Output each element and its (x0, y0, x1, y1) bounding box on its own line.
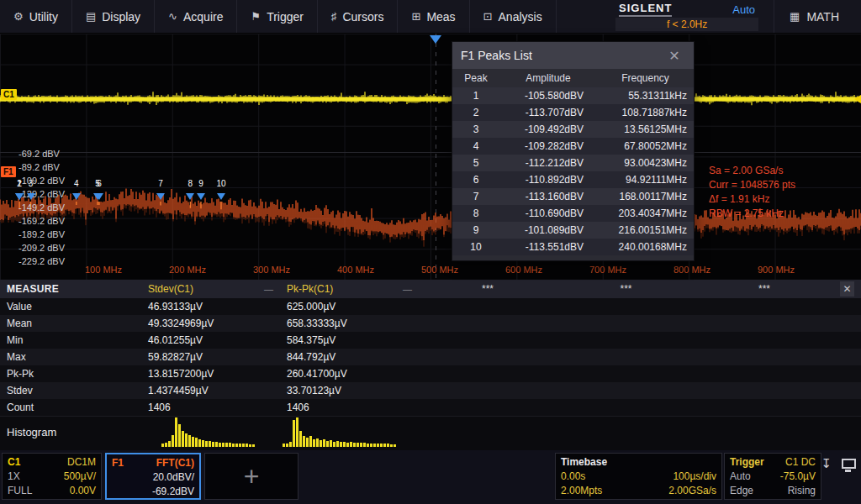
close-icon[interactable]: ✕ (663, 48, 685, 64)
measure-column-header[interactable]: *** (557, 280, 695, 298)
usb-download-icon[interactable]: ↧ (821, 457, 832, 470)
peak-row[interactable]: 3-109.492dBV13.56125MHz (452, 121, 694, 138)
peak-row[interactable]: 9-101.089dBV216.00151MHz (452, 222, 694, 239)
measure-spacer (833, 399, 861, 416)
menu-item-label: Analysis (499, 10, 542, 24)
measure-table: MEASUREStdev(C1)—Pk-Pk(C1)—*********✕Val… (0, 280, 861, 416)
peak-amplitude: -113.707dBV (499, 104, 597, 121)
c1-level-marker-icon[interactable] (854, 95, 861, 103)
trigger-title: Trigger (730, 455, 764, 470)
peak-row[interactable]: 2-113.707dBV108.71887kHz (452, 104, 694, 121)
measure-row-label: Value (0, 298, 141, 315)
measure-row-label: Count (0, 399, 141, 416)
peak-frequency: 13.56125MHz (597, 121, 694, 138)
fft-freq-label: 700 MHz (583, 265, 633, 275)
trigger-flag-icon: ⚑ (251, 10, 261, 23)
menu-item-trigger[interactable]: ⚑Trigger (237, 0, 317, 33)
peak-frequency: 93.00423MHz (597, 155, 694, 171)
c1-coupling: DC1M (67, 455, 96, 470)
measure-value (557, 332, 695, 349)
network-icon[interactable] (842, 459, 856, 469)
peaks-header-peak: Peak (452, 69, 499, 87)
menu-item-acquire[interactable]: ∿Acquire (155, 0, 237, 33)
measure-column-title: *** (620, 283, 631, 295)
histogram-row: Histogram (0, 416, 861, 451)
channel-descriptor-f1[interactable]: F1FFT(C1) 20.0dBV/ -69.2dBV (105, 453, 201, 500)
collapse-dash-icon[interactable]: — (403, 284, 412, 294)
peak-amplitude: -113.551dBV (499, 239, 597, 255)
peak-row[interactable]: 10-113.551dBV240.00168MHz (452, 239, 694, 255)
measure-value: 59.82827µV (141, 349, 280, 365)
trigger-position-marker-icon[interactable] (430, 35, 441, 44)
peak-number: 4 (452, 138, 499, 155)
measure-value (557, 315, 695, 332)
peak-row[interactable]: 1-105.580dBV55.31311kHz (452, 87, 694, 104)
display-icon: ▤ (86, 10, 96, 23)
menu-item-analysis[interactable]: ⊡Analysis (470, 0, 557, 33)
collapse-dash-icon[interactable]: — (264, 284, 273, 294)
measure-column-title: Stdev(C1) (148, 283, 193, 295)
menu-item-meas[interactable]: ⊞Meas (398, 0, 469, 33)
menu-item-display[interactable]: ▤Display (72, 0, 155, 33)
channel-descriptor-c1[interactable]: C1DC1M 1X500µV/ FULL0.00V (2, 453, 102, 500)
menu-item-label: Utility (29, 10, 58, 24)
f1-function: FFT(C1) (156, 456, 194, 470)
c1-label: C1 (8, 455, 20, 470)
peak-frequency: 55.31311kHz (597, 87, 694, 104)
measure-column-header[interactable]: *** (419, 280, 557, 298)
measure-row-label: Pk-Pk (0, 365, 141, 382)
plus-icon: + (244, 463, 260, 490)
measure-column-header[interactable]: *** (695, 280, 833, 298)
measure-value: 844.792µV (280, 349, 419, 365)
peak-frequency: 203.40347MHz (597, 205, 694, 222)
measure-value: 658.33333µV (280, 315, 419, 332)
peak-row[interactable]: 5-112.212dBV93.00423MHz (452, 155, 694, 171)
measure-value (695, 349, 833, 365)
c1-scale: 500µV/ (64, 470, 96, 484)
c1-probe: 1X (8, 470, 20, 484)
measure-column-header[interactable]: Stdev(C1)— (141, 280, 280, 298)
measure-value: 33.70123µV (280, 382, 419, 399)
peak-row[interactable]: 6-110.892dBV94.92111MHz (452, 171, 694, 188)
measure-value (557, 399, 695, 416)
bottom-bar: C1DC1M 1X500µV/ FULL0.00V F1FFT(C1) 20.0… (0, 450, 861, 504)
measure-value (419, 399, 557, 416)
c1-channel-tag[interactable]: C1 (1, 89, 17, 100)
peaks-header-amplitude: Amplitude (499, 69, 597, 87)
measure-row-label: Stdev (0, 382, 141, 399)
measure-close-button[interactable]: ✕ (840, 281, 854, 297)
menu-item-label: Meas (426, 10, 455, 24)
menu-item-cursors[interactable]: ♯Cursors (318, 0, 399, 33)
window-divider (0, 152, 861, 153)
peaks-table-header: Peak Amplitude Frequency (452, 69, 694, 87)
timebase-descriptor[interactable]: Timebase 0.00s100µs/div 2.00Mpts2.00GSa/… (555, 453, 722, 500)
fft-info-line: Curr = 1048576 pts (709, 179, 795, 191)
peak-frequency: 108.71887kHz (597, 104, 694, 121)
math-icon: ▦ (790, 10, 800, 23)
peak-amplitude: -113.160dBV (499, 188, 597, 205)
menu-bar: ⚙Utility▤Display∿Acquire⚑Trigger♯Cursors… (0, 0, 861, 34)
f1-channel-tag[interactable]: F1 (1, 166, 16, 177)
peak-row[interactable]: 4-109.282dBV67.80052MHz (452, 138, 694, 155)
trigger-level: -75.0µV (780, 470, 816, 484)
add-channel-button[interactable]: + (204, 453, 298, 500)
menu-item-math[interactable]: ▦ MATH (774, 0, 861, 33)
peak-number: 1 (452, 87, 499, 104)
measure-column-header[interactable]: Pk-Pk(C1)— (280, 280, 419, 298)
peak-amplitude: -110.892dBV (499, 171, 597, 188)
peak-marker-number: 4 (74, 179, 79, 188)
peaks-popup-titlebar[interactable]: F1 Peaks List ✕ (452, 42, 694, 69)
peak-marker-number: 7 (158, 179, 163, 188)
peak-row[interactable]: 8-110.690dBV203.40347MHz (452, 205, 694, 222)
menu-item-utility[interactable]: ⚙Utility (0, 0, 72, 33)
peak-marker-icon (95, 193, 103, 200)
f1-label: F1 (112, 456, 124, 470)
measure-value: 13.8157200µV (141, 365, 280, 382)
trigger-descriptor[interactable]: TriggerC1 DC Auto-75.0µV EdgeRising (724, 453, 821, 500)
waveform-area[interactable]: C1 F1 -69.2 dBV-89.2 dBV-109.2 dBV-129.2… (0, 34, 861, 280)
fft-db-label: -169.2 dBV (18, 216, 65, 226)
menu-item-label: Acquire (183, 10, 223, 24)
histogram-label: Histogram (7, 426, 56, 438)
peak-row[interactable]: 7-113.160dBV168.00117MHz (452, 188, 694, 205)
peak-number: 2 (452, 104, 499, 121)
